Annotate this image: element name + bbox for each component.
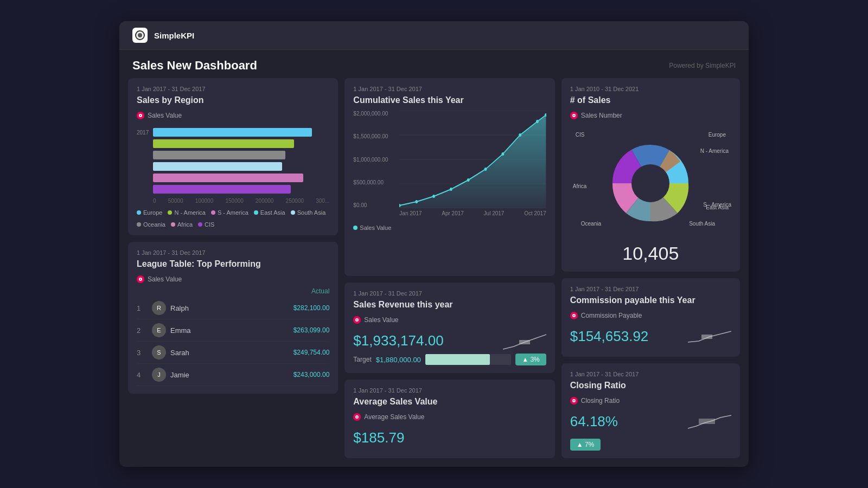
closing-value: 64.18% xyxy=(570,413,618,430)
svg-point-27 xyxy=(573,115,575,116)
league-row: 2 E Emma $263,099.00 xyxy=(137,319,329,342)
league-table-card: 1 Jan 2017 - 31 Dec 2017 League Table: T… xyxy=(128,242,338,394)
page-title: Sales New Dashboard xyxy=(132,59,257,73)
chart-area xyxy=(399,111,546,208)
svg-rect-23 xyxy=(519,340,530,344)
svg-point-17 xyxy=(502,152,505,156)
revenue-title: Sales Revenue this year xyxy=(353,300,546,310)
line-chart-legend: Sales Value xyxy=(353,224,546,231)
avatar-sarah: S xyxy=(152,345,166,359)
avatar-jamie: J xyxy=(152,368,166,382)
sales-revenue-card: 1 Jan 2017 - 31 Dec 2017 Sales Revenue t… xyxy=(344,282,554,373)
app-name: SimpleKPI xyxy=(154,31,194,40)
svg-point-22 xyxy=(356,319,358,320)
svg-point-16 xyxy=(484,168,487,171)
avatar-emma: E xyxy=(152,323,166,337)
x-axis-labels: Jan 2017Apr 2017Jul 2017Oct 2017 xyxy=(399,210,546,216)
league-row: 4 J Jamie $243,000.00 xyxy=(137,364,329,386)
svg-point-14 xyxy=(450,188,452,191)
commission-value: $154,653.92 xyxy=(570,328,649,345)
app-header: SimpleKPI xyxy=(119,21,749,50)
svg-point-1 xyxy=(138,33,142,37)
num-sales-card: 1 Jan 2010 - 31 Dec 2021 # of Sales Sale… xyxy=(561,78,740,272)
svg-point-5 xyxy=(140,279,141,280)
svg-point-3 xyxy=(140,115,141,116)
league-title: League Table: Top Performing xyxy=(137,259,329,269)
league-rows: 1 R Ralph $282,100.00 2 E Emma $263,099.… xyxy=(137,297,329,386)
svg-point-25 xyxy=(356,416,358,418)
avg-date: 1 Jan 2017 - 31 Dec 2017 xyxy=(353,387,546,394)
svg-point-18 xyxy=(519,133,522,137)
svg-rect-35 xyxy=(699,419,715,424)
cum-sales-title: Cumulative Sales this Year xyxy=(353,95,546,105)
commission-date: 1 Jan 2017 - 31 Dec 2017 xyxy=(570,286,731,292)
cum-sales-date: 1 Jan 2017 - 31 Dec 2017 xyxy=(353,86,546,92)
commission-card: 1 Jan 2017 - 31 Dec 2017 Commission paya… xyxy=(561,278,740,357)
average-sales-card: 1 Jan 2017 - 31 Dec 2017 Average Sales V… xyxy=(344,380,554,458)
revenue-value: $1,933,174.00 xyxy=(353,332,443,349)
closing-title: Closing Ratio xyxy=(570,381,731,390)
sales-by-region-card: 1 Jan 2017 - 31 Dec 2017 Sales by Region… xyxy=(128,78,338,235)
sales-region-metric: Sales Value xyxy=(137,112,182,119)
metric-icon-dot xyxy=(137,112,144,119)
closing-ratio-card: 1 Jan 2017 - 31 Dec 2017 Closing Ratio C… xyxy=(561,363,740,458)
y-axis-labels: $2,000,000.00 $1,500,000.00 $1,000,000.0… xyxy=(353,111,397,208)
closing-badge: ▲ 7% xyxy=(570,439,601,451)
league-row: 1 R Ralph $282,100.00 xyxy=(137,297,329,319)
league-row: 3 S Sarah $249,754.00 xyxy=(137,342,329,364)
cumulative-sales-card: 1 Jan 2017 - 31 Dec 2017 Cumulative Sale… xyxy=(344,78,554,276)
bar-axis: 050000100000150000200000250000300... xyxy=(137,198,329,204)
commission-title: Commission payable this Year xyxy=(570,296,731,305)
num-sales-date: 1 Jan 2010 - 31 Dec 2021 xyxy=(570,86,731,92)
num-sales-value: 10,405 xyxy=(570,243,731,264)
sales-region-date: 1 Jan 2017 - 31 Dec 2017 xyxy=(137,86,329,92)
revenue-metric: Sales Value xyxy=(353,316,398,324)
revenue-date: 1 Jan 2017 - 31 Dec 2017 xyxy=(353,290,546,297)
league-metric-dot xyxy=(137,275,144,283)
svg-point-34 xyxy=(573,400,575,401)
avatar-ralph: R xyxy=(152,301,166,315)
line-chart: $2,000,000.00 $1,500,000.00 $1,000,000.0… xyxy=(353,111,546,219)
closing-date: 1 Jan 2017 - 31 Dec 2017 xyxy=(570,371,731,377)
actual-label: Actual xyxy=(137,287,329,295)
target-value: $1,880,000.00 xyxy=(376,356,421,364)
dashboard-grid: 1 Jan 2017 - 31 Dec 2017 Sales by Region… xyxy=(119,78,749,467)
league-date: 1 Jan 2017 - 31 Dec 2017 xyxy=(137,249,329,256)
league-metric: Sales Value xyxy=(137,275,182,283)
svg-point-13 xyxy=(433,195,436,198)
avg-value: $185.79 xyxy=(353,429,546,446)
svg-rect-32 xyxy=(701,335,712,339)
bar-legend: Europe N - America S - America East Asia… xyxy=(137,209,329,228)
svg-point-19 xyxy=(536,120,539,123)
app-container: SimpleKPI Sales New Dashboard Powered by… xyxy=(119,21,749,467)
bar-chart: 2017 xyxy=(137,128,329,194)
pie-chart: Europe N - America East Asia South Asia … xyxy=(570,129,731,237)
revenue-badge: ▲ 3% xyxy=(515,354,546,365)
logo-icon xyxy=(132,28,148,43)
avg-title: Average Sales Value xyxy=(353,397,546,407)
svg-point-12 xyxy=(416,200,418,203)
page-header: Sales New Dashboard Powered by SimpleKPI xyxy=(119,50,749,78)
svg-point-31 xyxy=(573,315,575,316)
svg-point-29 xyxy=(631,164,669,202)
svg-point-15 xyxy=(467,178,470,182)
powered-by: Powered by SimpleKPI xyxy=(669,62,736,69)
sales-region-title: Sales by Region xyxy=(137,95,329,105)
bar-year-label: 2017 xyxy=(137,130,153,136)
num-sales-title: # of Sales xyxy=(570,95,731,105)
